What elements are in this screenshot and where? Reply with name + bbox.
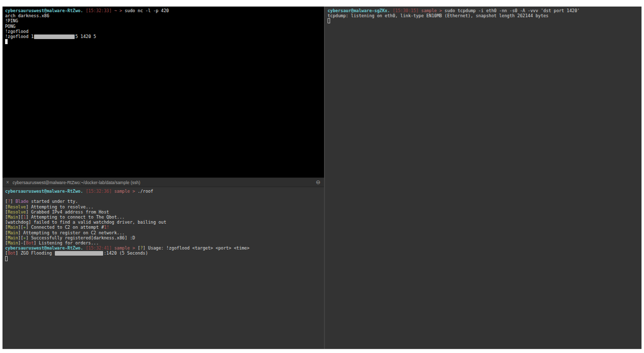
terminal-line: !zgoflood 15 1420 5: [5, 34, 321, 39]
terminal-line: [Main] Attempting to register on C2 netw…: [5, 230, 321, 235]
terminal-line: [328, 18, 639, 23]
terminal-line: [Resolve] Grabbed IPv4 address from Host: [5, 209, 321, 215]
terminal-line: [5, 194, 321, 199]
terminal-line: [5, 256, 321, 261]
terminal-line: [watchdog] failed to find a valid watchd…: [5, 220, 321, 225]
terminal-line: PONG: [5, 24, 321, 29]
redacted-ip-block: [34, 34, 75, 39]
left-column: cybersauruswest@malware-RtZwo. [15:32:33…: [3, 7, 325, 349]
netcat-terminal-pane[interactable]: cybersauruswest@malware-RtZwo. [15:32:33…: [3, 7, 324, 178]
terminal-cursor: [5, 39, 8, 44]
terminal-line: [Resolve] Attempting to resolve...: [5, 204, 321, 209]
terminal-cursor: [5, 256, 8, 261]
tab-bar: × cybersauruswest@malware-RtZwo:~/docker…: [3, 178, 324, 187]
terminal-line: cybersauruswest@malware-RtZwo. [15:32:36…: [5, 189, 321, 194]
redacted-ip-block: [55, 251, 103, 256]
bot-terminal-pane[interactable]: cybersauruswest@malware-RtZwo. [15:32:36…: [3, 187, 324, 349]
terminal-line: arch darkness.x86: [5, 13, 321, 18]
terminal-line: [Main]-[Bot] Listening for orders...: [5, 240, 321, 245]
terminal-window: cybersauruswest@malware-RtZwo. [15:32:33…: [3, 7, 641, 349]
collapse-pane-icon[interactable]: ⊖: [316, 180, 320, 185]
terminal-line: [5, 39, 321, 44]
terminal-line: [Main][1] Attempting to connect to The Q…: [5, 215, 321, 220]
terminal-line: !PING: [5, 18, 321, 23]
terminal-line: [Bot] ZGO Flooding :1420 (5 Seconds): [5, 251, 321, 256]
close-icon[interactable]: ×: [6, 180, 9, 185]
tcpdump-terminal-pane[interactable]: cybersaur@malware-sgZKx. [15:30:15] samp…: [325, 7, 641, 349]
terminal-line: tcpdump: listening on eth0, link-type EN…: [328, 13, 639, 18]
terminal-line: cybersaur@malware-sgZKx. [15:30:15] samp…: [328, 8, 639, 13]
terminal-line: cybersauruswest@malware-RtZwo. [15:32:41…: [5, 245, 321, 251]
terminal-line: cybersauruswest@malware-RtZwo. [15:32:33…: [5, 8, 321, 13]
terminal-cursor: [328, 18, 330, 23]
terminal-line: [Main][+] Connected to C2 on attempt #1!: [5, 225, 321, 230]
tab-title[interactable]: cybersauruswest@malware-RtZwo:~/docker-l…: [13, 180, 140, 185]
terminal-line: !zgoflood: [5, 29, 321, 34]
terminal-line: [Main][+] Successfully registered[darkne…: [5, 235, 321, 240]
terminal-line: [?] Blade started under tty.: [5, 199, 321, 204]
